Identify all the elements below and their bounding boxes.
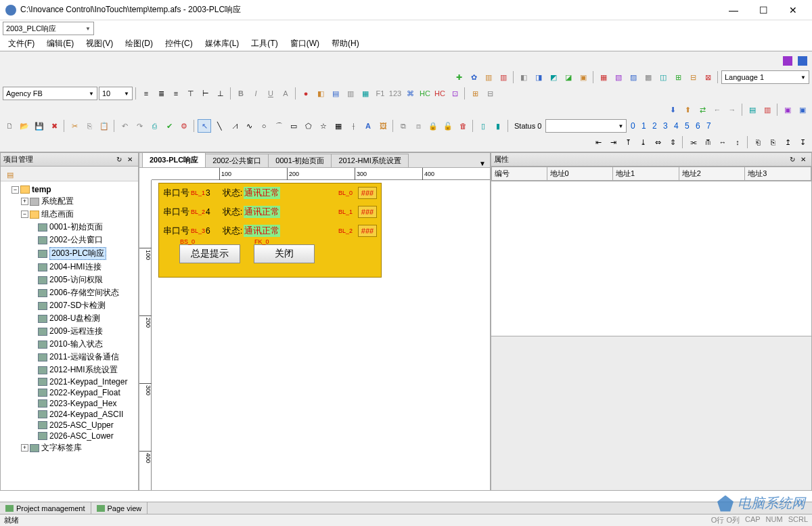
hc-icon[interactable]: HC bbox=[418, 87, 432, 100]
tool5-icon[interactable]: ▣ bbox=[577, 70, 590, 84]
tool13-icon[interactable]: ⊠ bbox=[701, 70, 715, 84]
align-r-icon[interactable]: ⇥ bbox=[606, 135, 620, 149]
same-w-icon[interactable]: ↔ bbox=[716, 135, 729, 149]
col-addr2[interactable]: 地址2 bbox=[679, 167, 745, 181]
align-left-icon[interactable]: ≡ bbox=[139, 87, 153, 100]
lib2-icon[interactable]: ▣ bbox=[796, 103, 809, 116]
state-0[interactable]: 0 bbox=[628, 121, 637, 131]
props-close-icon[interactable]: ✕ bbox=[798, 155, 809, 165]
lamp-icon[interactable]: ● bbox=[299, 87, 313, 100]
scale-icon[interactable]: ⟊ bbox=[346, 119, 360, 133]
menu-edit[interactable]: 编辑(E) bbox=[41, 37, 79, 51]
tool3-icon[interactable]: ◩ bbox=[547, 70, 560, 84]
polyline-icon[interactable]: ⩘ bbox=[227, 119, 241, 133]
undo-icon[interactable]: ↶ bbox=[118, 119, 131, 133]
text-icon[interactable]: A bbox=[361, 119, 375, 133]
tree-item[interactable]: 2003-PLC响应 bbox=[30, 246, 137, 261]
grid-icon[interactable]: ⊞ bbox=[468, 87, 482, 100]
tool7-icon[interactable]: ▧ bbox=[612, 70, 625, 84]
comm-status-row[interactable]: 串口号BL_24状态:通讯正常BL_1### bbox=[159, 202, 381, 221]
tree-item[interactable]: 2005-访问权限 bbox=[30, 273, 137, 286]
col-addr3[interactable]: 地址3 bbox=[745, 167, 811, 181]
f1-icon[interactable]: F1 bbox=[374, 87, 387, 100]
tree-item[interactable]: 2026-ASC_Lower bbox=[30, 431, 137, 441]
col-addr0[interactable]: 地址0 bbox=[547, 167, 613, 181]
tree-sysconfig[interactable]: +系统配置 bbox=[21, 195, 137, 208]
font-combo[interactable]: Agency FB ▼ bbox=[3, 87, 97, 100]
state-4[interactable]: 4 bbox=[671, 121, 681, 131]
tree-textlib[interactable]: +文字标签库 bbox=[21, 441, 137, 454]
delete-icon[interactable]: 🗑 bbox=[456, 119, 470, 133]
tool-f-icon[interactable]: ⊡ bbox=[448, 87, 461, 100]
state-5[interactable]: 5 bbox=[682, 121, 692, 131]
maximize-button[interactable]: ☐ bbox=[750, 1, 777, 18]
open-icon[interactable]: 📂 bbox=[18, 119, 31, 133]
tool12-icon[interactable]: ⊟ bbox=[686, 70, 700, 84]
menu-draw[interactable]: 绘图(D) bbox=[120, 37, 158, 51]
star-icon[interactable]: ☆ bbox=[317, 119, 330, 133]
pointer-icon[interactable]: ↖ bbox=[198, 119, 211, 133]
polygon-icon[interactable]: ⬠ bbox=[302, 119, 315, 133]
dist-h-icon[interactable]: ⫘ bbox=[686, 135, 700, 149]
curve-icon[interactable]: ∿ bbox=[242, 119, 256, 133]
state-6[interactable]: 6 bbox=[693, 121, 702, 131]
bottom-tab-project[interactable]: Project management bbox=[0, 502, 91, 514]
save-icon[interactable]: 💾 bbox=[32, 119, 46, 133]
tool4-icon[interactable]: ◪ bbox=[562, 70, 575, 84]
menu-help[interactable]: 帮助(H) bbox=[326, 37, 365, 51]
layer2-icon[interactable]: ▮ bbox=[491, 119, 505, 133]
bottom-tab-pageview[interactable]: Page view bbox=[91, 502, 148, 514]
tree-item[interactable]: 2009-远程连接 bbox=[30, 325, 137, 338]
tab-2012[interactable]: 2012-HMI系统设置 bbox=[331, 154, 408, 167]
tree-root[interactable]: −temp bbox=[12, 184, 137, 195]
col-addr1[interactable]: 地址1 bbox=[613, 167, 679, 181]
keypad-icon[interactable]: ⊟ bbox=[483, 87, 497, 100]
align-bottom-icon[interactable]: ⊥ bbox=[214, 87, 227, 100]
tab-0001[interactable]: 0001-初始页面 bbox=[268, 154, 332, 167]
arrow-left-icon[interactable]: ← bbox=[710, 103, 724, 116]
menu-control[interactable]: 控件(C) bbox=[160, 37, 198, 51]
wand-icon[interactable] bbox=[781, 54, 794, 68]
front-icon[interactable]: ⎗ bbox=[751, 135, 765, 149]
lib-icon[interactable]: ▣ bbox=[781, 103, 794, 116]
download-icon[interactable]: ⬇ bbox=[666, 103, 679, 116]
add-icon[interactable]: ✚ bbox=[452, 70, 466, 84]
always-prompt-button[interactable]: BS_0 总是提示 bbox=[179, 244, 240, 263]
tab-2003[interactable]: 2003-PLC响应 bbox=[142, 152, 206, 167]
tab-overflow-icon[interactable]: ▼ bbox=[475, 160, 490, 167]
tool-a-icon[interactable]: ◧ bbox=[314, 87, 328, 100]
menu-file[interactable]: 文件(F) bbox=[3, 37, 40, 51]
unlock-icon[interactable]: 🔓 bbox=[441, 119, 455, 133]
hmi-screen[interactable]: 串口号BL_13状态:通讯正常BL_0###串口号BL_24状态:通讯正常BL_… bbox=[158, 183, 382, 278]
tool-e-icon[interactable]: ⌘ bbox=[403, 87, 417, 100]
image-icon[interactable]: 🖼 bbox=[376, 119, 390, 133]
tree-item[interactable]: 2008-U盘检测 bbox=[30, 312, 137, 325]
arc-icon[interactable]: ⌒ bbox=[272, 119, 286, 133]
panel-close-icon[interactable]: ✕ bbox=[125, 155, 135, 165]
tree-item[interactable]: 0001-初始页面 bbox=[30, 221, 137, 234]
gear-icon[interactable]: ✿ bbox=[467, 70, 480, 84]
menu-window[interactable]: 窗口(W) bbox=[285, 37, 325, 51]
copy-icon[interactable]: ⎘ bbox=[83, 119, 96, 133]
tree-item[interactable]: 2024-Keypad_ASCII bbox=[30, 409, 137, 420]
cut-icon[interactable]: ✂ bbox=[68, 119, 81, 133]
align-center-icon[interactable]: ≣ bbox=[154, 87, 168, 100]
arrow-right-icon[interactable]: → bbox=[725, 103, 739, 116]
tree-item[interactable]: 2007-SD卡检测 bbox=[30, 299, 137, 312]
tree-tool-icon[interactable]: ▤ bbox=[3, 168, 17, 181]
check-icon[interactable]: ✔ bbox=[162, 119, 176, 133]
tool10-icon[interactable]: ◫ bbox=[656, 70, 670, 84]
tool6-icon[interactable]: ▦ bbox=[597, 70, 610, 84]
tree-item[interactable]: 2010-输入状态 bbox=[30, 338, 137, 351]
num-icon[interactable]: 123 bbox=[388, 87, 402, 100]
align-hc-icon[interactable]: ⇔ bbox=[651, 135, 664, 149]
menu-view[interactable]: 视图(V) bbox=[81, 37, 118, 51]
db2-icon[interactable]: ▥ bbox=[761, 103, 774, 116]
state-7[interactable]: 7 bbox=[704, 121, 713, 131]
align-b-icon[interactable]: ⤓ bbox=[636, 135, 650, 149]
grid2-icon[interactable]: ▦ bbox=[332, 119, 345, 133]
tree-item[interactable]: 2006-存储空间状态 bbox=[30, 286, 137, 299]
status-combo[interactable]: ▼ bbox=[545, 119, 627, 133]
font-color-icon[interactable]: A bbox=[279, 87, 292, 100]
align-right-icon[interactable]: ≡ bbox=[169, 87, 183, 100]
